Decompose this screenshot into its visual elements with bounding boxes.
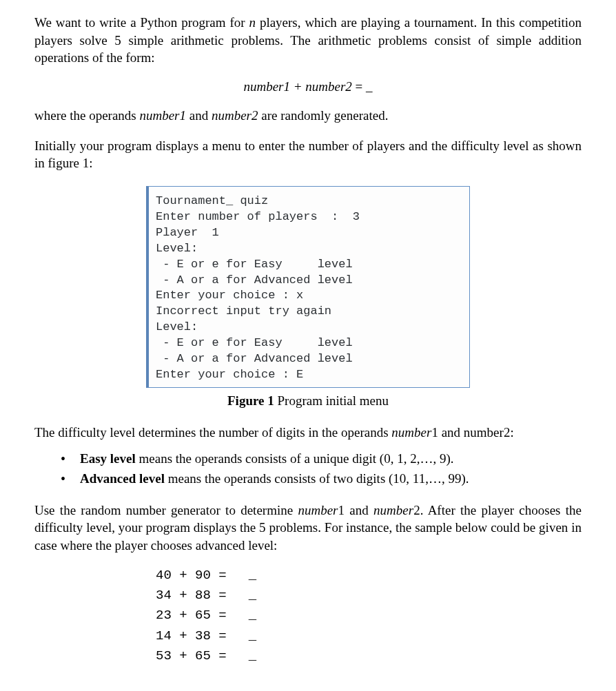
term-line: - A or a for Advanced level	[156, 273, 462, 289]
difficulty-a: The difficulty level determines the numb…	[34, 425, 391, 440]
operand-a: 53	[156, 648, 172, 663]
document-page: We want to write a Python program for n …	[0, 0, 616, 691]
rng-a: Use the random number generator to deter…	[34, 503, 298, 517]
intro-n: n	[249, 15, 256, 30]
formula: number1 + number2 = _	[34, 79, 582, 94]
list-item: Advanced level means the operands consis…	[61, 468, 582, 488]
operands-b: are randomly generated.	[258, 108, 389, 123]
term-line: Player 1	[156, 225, 462, 241]
rng-n2: number	[373, 503, 413, 517]
figure-caption-label: Figure 1	[227, 393, 274, 408]
figure-caption: Figure 1 Program initial menu	[34, 393, 582, 409]
term-line: Level:	[156, 320, 462, 336]
difficulty-n1sub: 1 and number	[431, 425, 503, 440]
answer-blank: _	[242, 626, 263, 646]
intro-text-a: We want to write a Python program for	[34, 15, 249, 30]
problem-row: 34 + 88 = _	[156, 586, 582, 606]
easy-rest: means the operands consists of a unique …	[136, 451, 454, 466]
term-line: Enter number of players : 3	[156, 209, 462, 225]
formula-eq: =	[352, 79, 366, 94]
operands-a: where the operands	[34, 108, 139, 123]
problem-row: 14 + 38 = _	[156, 626, 582, 646]
operand-a: 34	[156, 588, 172, 603]
term-line: - A or a for Advanced level	[156, 351, 462, 367]
formula-blank: _	[366, 79, 373, 94]
term-line: Level:	[156, 241, 462, 257]
difficulty-n1: number	[391, 425, 431, 440]
rng-n1: number	[298, 503, 338, 517]
advanced-label: Advanced level	[80, 471, 165, 486]
operands-mid: and	[186, 108, 212, 123]
problem-row: 53 + 65 = _	[156, 646, 582, 666]
levels-list: Easy level means the operands consists o…	[61, 448, 582, 489]
list-item: Easy level means the operands consists o…	[61, 448, 582, 468]
answer-blank: _	[242, 586, 263, 606]
terminal-output: Tournament_ quizEnter number of players …	[146, 186, 470, 388]
operand-b: 88	[195, 588, 211, 603]
term-line: Enter your choice : E	[156, 367, 462, 383]
operands-n2: number2	[212, 108, 258, 123]
advanced-rest: means the operands consists of two digit…	[165, 471, 469, 486]
easy-label: Easy level	[80, 451, 136, 466]
rng-paragraph: Use the random number generator to deter…	[34, 502, 582, 555]
sample-problems: 40 + 90 = _ 34 + 88 = _ 23 + 65 = _ 14 +…	[156, 566, 582, 667]
term-line: Enter your choice : x	[156, 288, 462, 304]
intro-paragraph: We want to write a Python program for n …	[34, 14, 582, 67]
operand-a: 14	[156, 628, 172, 643]
operand-b: 65	[195, 648, 211, 663]
answer-blank: _	[242, 606, 263, 626]
problem-row: 23 + 65 = _	[156, 606, 582, 626]
operand-b: 65	[195, 608, 211, 623]
operand-a: 23	[156, 608, 172, 623]
operand-a: 40	[156, 568, 172, 583]
menu-intro-paragraph: Initially your program displays a menu t…	[34, 137, 582, 172]
term-line: Tournament_ quiz	[156, 194, 462, 209]
term-line: Incorrect input try again	[156, 304, 462, 320]
formula-lhs: number1 + number2	[243, 79, 351, 94]
operands-paragraph: where the operands number1 and number2 a…	[34, 107, 582, 125]
operand-b: 90	[195, 568, 211, 583]
operand-b: 38	[195, 628, 211, 643]
term-line: - E or e for Easy level	[156, 336, 462, 351]
problem-row: 40 + 90 = _	[156, 566, 582, 586]
term-line: - E or e for Easy level	[156, 257, 462, 273]
answer-blank: _	[242, 566, 263, 586]
figure-caption-text: Program initial menu	[274, 393, 389, 408]
difficulty-n2sub: 2:	[504, 425, 514, 440]
operands-n1: number1	[139, 108, 186, 123]
rng-one: 1 and	[338, 503, 374, 517]
difficulty-paragraph: The difficulty level determines the numb…	[34, 424, 582, 442]
answer-blank: _	[242, 646, 263, 666]
